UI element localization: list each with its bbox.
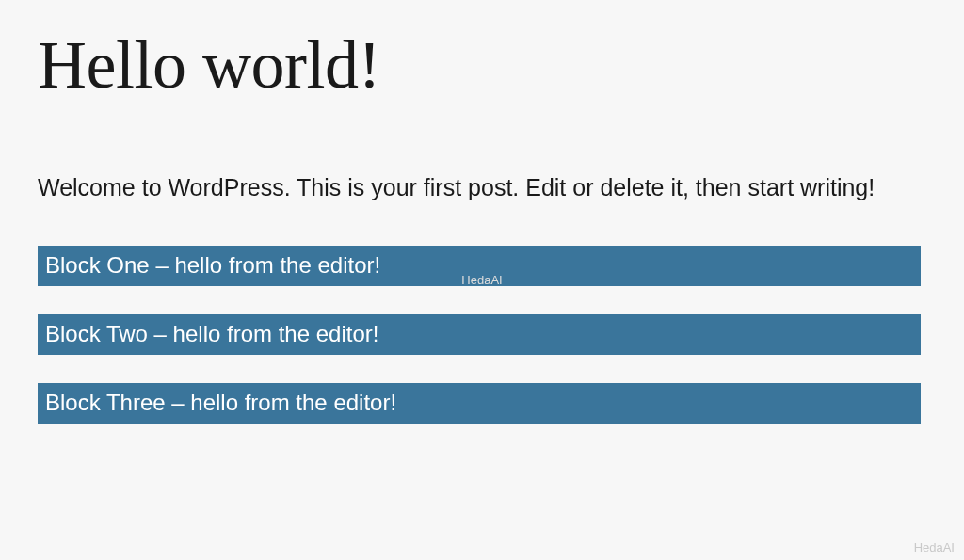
editor-block-two: Block Two – hello from the editor! [38,314,921,355]
editor-block-one: Block One – hello from the editor! [38,246,921,286]
post-title: Hello world! [38,28,926,103]
watermark-corner: HedaAI [914,540,955,554]
editor-block-three: Block Three – hello from the editor! [38,383,921,424]
post-intro-paragraph: Welcome to WordPress. This is your first… [38,168,923,206]
